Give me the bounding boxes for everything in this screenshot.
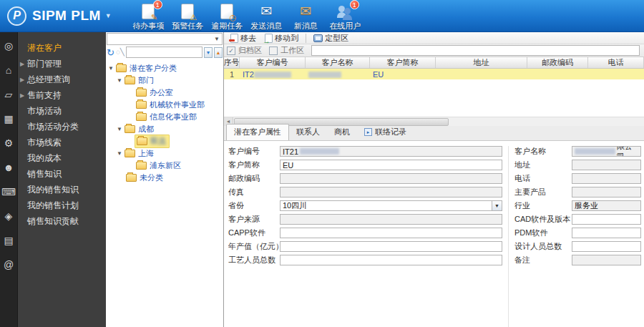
area-filter-bar: ✓ 归档区 工作区 (224, 44, 644, 57)
warning-tasks-button[interactable]: ⚠ 预警任务 (168, 1, 208, 31)
customer-name-field[interactable]: 限公司 (572, 146, 641, 157)
sidebar-item-market-activity-category[interactable]: 市场活动分类 (18, 119, 106, 135)
tree-search-input[interactable] (126, 47, 203, 58)
warning-tasks-icon: ⚠ (181, 3, 194, 20)
sidebar-item-sales-knowledge-contribution[interactable]: 销售知识贡献 (18, 214, 106, 229)
industry-field[interactable] (572, 200, 641, 211)
move-to-button[interactable]: 移动到 (261, 33, 302, 44)
sidebar-menu: 潜在客户 ▶部门管理 ▶总经理查询 ▶售前支持 市场活动 市场活动分类 市场线索… (18, 32, 106, 327)
tree-item-shanghai[interactable]: ▼ 上海 (106, 147, 223, 160)
laptop-icon[interactable]: ⌨ (0, 187, 17, 197)
cad-software-field[interactable] (572, 214, 641, 225)
customer-no-field[interactable]: IT21 (280, 146, 502, 157)
sidebar-item-market-activity[interactable]: 市场活动 (18, 104, 106, 119)
phone-field[interactable] (572, 173, 641, 184)
filter-search-icon[interactable]: ◌╲ (116, 49, 125, 56)
overdue-tasks-icon: ◷ (220, 3, 233, 20)
tree-item-informatization-div[interactable]: 信息化事业部 (106, 111, 223, 123)
send-message-button[interactable]: ✉ 发送消息 (247, 1, 286, 31)
table-header: 序号 客户编号 客户名称 客户简称 地址 邮政编码 电话 (224, 57, 644, 69)
tree-item-pudong[interactable]: 浦东新区 (106, 160, 223, 172)
tree-item-shuangliu-selected[interactable]: 双流 (106, 135, 223, 147)
column-phone[interactable]: 电话 (588, 57, 644, 68)
tree-item-office[interactable]: 办公室 (106, 87, 223, 99)
send-message-icon: ✉ (260, 3, 272, 20)
building-icon[interactable]: ▦ (0, 114, 17, 124)
header-toolbar: 1 ✎ 待办事项 ⚠ 预警任务 ◷ 逾期任务 ✉ 发送消息 ✉ 新消息 1 在线… (129, 1, 365, 31)
app-header: P SIPM PLM ▼ 1 ✎ 待办事项 ⚠ 预警任务 ◷ 逾期任务 ✉ 发送… (0, 0, 644, 32)
tree-item-uncategorized[interactable]: 未分类 (106, 172, 223, 184)
column-address[interactable]: 地址 (436, 57, 527, 68)
column-short-name[interactable]: 客户简称 (370, 57, 436, 68)
column-customer-name[interactable]: 客户名称 (306, 57, 370, 68)
archive-area-checkbox[interactable]: ✓ (227, 47, 235, 55)
customer-list-panel: 移去 移动到 定型区 ✓ 归档区 工作区 序号 客户编号 客户名称 客户简称 地 (224, 32, 644, 327)
tree-view-select[interactable]: ▼ (107, 33, 223, 45)
sidebar-item-gm-query[interactable]: ▶总经理查询 (18, 72, 106, 87)
annual-output-field[interactable] (280, 241, 502, 252)
monitor-icon (313, 34, 323, 42)
finalized-area-button[interactable]: 定型区 (310, 33, 352, 44)
search-prev-button[interactable]: ▲ (214, 47, 223, 58)
work-area-checkbox[interactable] (269, 47, 278, 55)
customer-source-field[interactable] (280, 214, 502, 225)
sidebar-item-sales-knowledge[interactable]: 销售知识 (18, 167, 106, 182)
column-zip[interactable]: 邮政编码 (527, 57, 588, 68)
refresh-icon[interactable]: ↻ (107, 48, 114, 57)
twisty-expanded-icon[interactable]: ▼ (116, 77, 123, 84)
province-combo[interactable]: 10四川 ▼ (280, 200, 502, 211)
tree-item-chengdu[interactable]: ▼ 成都 (106, 123, 223, 135)
app-title: SIPM PLM (32, 8, 101, 24)
presentation-icon[interactable]: ▱ (0, 89, 17, 99)
headset-icon[interactable]: @ (0, 260, 17, 270)
zip-code-field[interactable] (280, 173, 502, 184)
process-staff-total-field[interactable] (280, 255, 502, 265)
sidebar-item-market-leads[interactable]: 市场线索 (18, 135, 106, 150)
sidebar-item-department-mgmt[interactable]: ▶部门管理 (18, 57, 106, 72)
twisty-expanded-icon[interactable]: ▼ (107, 65, 114, 72)
sidebar-item-presales-support[interactable]: ▶售前支持 (18, 88, 106, 103)
fax-field[interactable] (280, 187, 502, 197)
tree-item-machinery-software-div[interactable]: 机械软件事业部 (106, 99, 223, 111)
main-products-field[interactable] (572, 187, 641, 197)
todo-tasks-button[interactable]: 1 ✎ 待办事项 (129, 1, 168, 31)
tree-search-bar: ↻ ◌╲ ▼ ▲ (106, 45, 223, 59)
tree-item-department[interactable]: ▼ 部门 (106, 74, 223, 87)
remark-field[interactable] (572, 255, 641, 265)
sidebar-item-my-sales-plan[interactable]: 我的销售计划 (18, 198, 106, 213)
tab-contact-records[interactable]: ▸ 联络记录 (357, 125, 414, 140)
gears-icon[interactable]: ⚙ (0, 138, 17, 148)
capp-software-field[interactable] (280, 228, 502, 238)
chevron-down-icon[interactable]: ▼ (492, 201, 502, 210)
pdm-software-field[interactable] (572, 228, 641, 238)
calendar-icon[interactable]: ▤ (0, 235, 17, 245)
crm-search-icon[interactable]: ◎ (0, 41, 17, 51)
twisty-expanded-icon[interactable]: ▼ (116, 126, 123, 132)
app-logo[interactable]: P SIPM PLM ▼ (0, 6, 122, 26)
address-field[interactable] (572, 160, 641, 170)
redacted-text (308, 72, 341, 78)
network-icon[interactable]: ◈ (0, 211, 17, 221)
support-agent-icon[interactable]: ☻ (0, 162, 17, 172)
online-users-button[interactable]: 1 在线用户 (326, 1, 365, 31)
tree-item-root[interactable]: ▼ 潜在客户分类 (106, 62, 223, 74)
sidebar-item-my-cost[interactable]: 我的成本 (18, 151, 106, 166)
table-row-selected[interactable]: 1 IT2 EU (224, 69, 644, 79)
sidebar-item-my-sales-knowledge[interactable]: 我的销售知识 (18, 182, 106, 197)
chevron-right-icon: ▶ (20, 88, 24, 103)
home-icon[interactable]: ⌂ (0, 65, 17, 75)
tab-potential-customer-attrs[interactable]: 潜在客户属性 (226, 124, 289, 140)
overdue-tasks-button[interactable]: ◷ 逾期任务 (208, 1, 247, 31)
column-customer-no[interactable]: 客户编号 (240, 57, 306, 68)
sidebar-item-potential-customers[interactable]: 潜在客户 (18, 41, 106, 56)
design-staff-total-field[interactable] (572, 241, 641, 252)
tab-opportunities[interactable]: 商机 (327, 125, 357, 140)
short-name-field[interactable] (280, 160, 502, 170)
column-seq[interactable]: 序号 (224, 57, 240, 68)
remove-button[interactable]: 移去 (227, 33, 260, 44)
twisty-expanded-icon[interactable]: ▼ (116, 150, 123, 157)
quick-filter-input[interactable] (311, 45, 640, 56)
search-next-button[interactable]: ▼ (204, 47, 213, 58)
tab-contacts[interactable]: 联系人 (289, 125, 327, 140)
new-message-button[interactable]: ✉ 新消息 (286, 1, 326, 31)
